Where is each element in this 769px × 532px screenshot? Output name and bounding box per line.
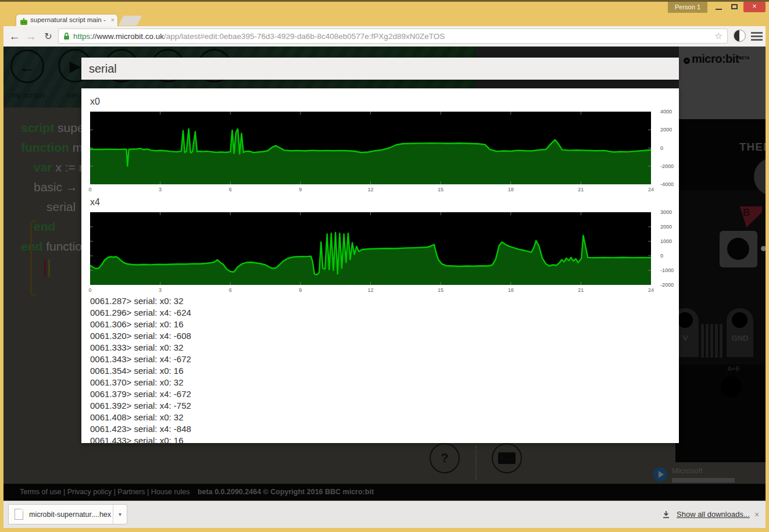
bookmark-star-icon[interactable]: ☆ <box>715 31 722 41</box>
tab-title: supernatural script main - <box>30 16 106 23</box>
axis-tick-label: 2000 <box>660 224 672 230</box>
page-content: ← ▶ my scripts run m micro:bitBETA scrip… <box>3 47 766 501</box>
serial-log-line: 0061.333> serial: x0: 32 <box>90 342 673 354</box>
axis-tick-label: -2000 <box>660 163 674 169</box>
download-caret-icon[interactable]: ▾ <box>113 505 127 524</box>
axis-tick-label: 12 <box>367 187 373 192</box>
axis-tick-label: 6 <box>229 287 232 293</box>
url-host: ://www.microbit.co.uk <box>90 32 164 41</box>
axis-tick-label: 2000 <box>660 127 672 133</box>
extension-contrast-icon[interactable] <box>734 30 746 42</box>
serial-log-line: 0061.306> serial: x0: 16 <box>90 319 673 330</box>
profile-badge[interactable]: Person 1 <box>668 2 707 13</box>
x-axis-labels: 03691215182124 <box>90 184 651 197</box>
axis-tick-label: 0 <box>660 145 663 151</box>
serial-log-line: 0061.379> serial: x4: -672 <box>90 388 673 400</box>
axis-tick-label: 3 <box>159 187 162 192</box>
tab-close-icon[interactable]: × <box>111 16 115 23</box>
chart-title: x0 <box>90 97 651 108</box>
serial-title: serial <box>81 58 679 80</box>
browser-toolbar: ← → ↻ https://www.microbit.co.uk/app/lat… <box>3 26 766 47</box>
axis-tick-label: 4000 <box>660 109 672 115</box>
browser-tab[interactable]: supernatural script main - × <box>16 15 117 26</box>
serial-log-line: 0061.433> serial: x0: 16 <box>90 435 673 443</box>
axis-tick-label: 0 <box>88 187 91 192</box>
serial-log-line: 0061.408> serial: x0: 32 <box>90 412 673 423</box>
serial-log-line: 0061.423> serial: x4: -848 <box>90 423 673 435</box>
axis-tick-label: 9 <box>299 187 302 192</box>
address-bar[interactable]: https://www.microbit.co.uk/app/latest#ed… <box>58 28 728 44</box>
tab-favicon-icon <box>20 17 27 24</box>
axis-tick-label: 0 <box>660 253 663 259</box>
axis-tick-label: 3000 <box>660 209 672 215</box>
chart-x4: x43000200010000-1000-200003691215182124 <box>90 197 651 298</box>
browser-window: Person 1 × supernatural script main - × … <box>0 0 769 532</box>
file-icon <box>15 509 23 520</box>
chart-title: x4 <box>90 197 651 209</box>
serial-log-line: 0061.296> serial: x4: -624 <box>90 307 673 319</box>
minimize-button[interactable] <box>711 2 726 12</box>
axis-tick-label: 21 <box>578 187 584 192</box>
axis-tick-label: 21 <box>578 287 584 293</box>
https-lock-icon <box>63 32 70 40</box>
url-path: /app/latest#edit:0ebae395-76d3-4929-da6b… <box>164 32 445 41</box>
menu-button[interactable] <box>751 32 764 41</box>
new-tab-button[interactable] <box>118 16 142 26</box>
maximize-button[interactable] <box>727 2 742 12</box>
axis-tick-label: 9 <box>299 287 302 293</box>
charts-area: x0400020000-2000-400003691215182124x4300… <box>90 97 651 298</box>
axis-tick-label: 18 <box>508 287 514 293</box>
axis-tick-label: -1000 <box>660 267 674 273</box>
axis-tick-label: -4000 <box>660 181 674 187</box>
axis-tick-label: 1000 <box>660 238 672 244</box>
serial-log[interactable]: 0061.287> serial: x0: 320061.296> serial… <box>90 295 673 443</box>
window-close-button[interactable]: × <box>743 2 766 12</box>
axis-tick-label: 18 <box>508 187 514 192</box>
axis-tick-label: 24 <box>648 287 654 293</box>
chart-plot <box>90 112 651 184</box>
y-axis-labels: 400020000-2000-4000 <box>656 112 679 184</box>
url-scheme: https <box>73 32 90 41</box>
axis-tick-label: 24 <box>648 187 654 192</box>
window-top-border <box>0 0 769 2</box>
back-button[interactable]: ← <box>7 29 22 44</box>
serial-log-line: 0061.343> serial: x4: -672 <box>90 354 673 365</box>
download-item[interactable]: microbit-supernatur....hex ▾ <box>8 504 127 524</box>
serial-dialog: x0400020000-2000-400003691215182124x4300… <box>81 88 679 443</box>
axis-tick-label: 15 <box>438 187 443 192</box>
axis-tick-label: 6 <box>229 187 232 192</box>
serial-dialog-header: serial <box>81 58 679 80</box>
reload-button[interactable]: ↻ <box>41 29 56 44</box>
download-filename: microbit-supernatur....hex <box>29 510 113 519</box>
axis-tick-label: 3 <box>159 287 162 293</box>
show-all-downloads-link[interactable]: Show all downloads... <box>677 501 750 528</box>
chart-x0: x0400020000-2000-400003691215182124 <box>90 97 651 197</box>
download-shelf: microbit-supernatur....hex ▾ Show all do… <box>3 501 766 528</box>
download-tray-icon <box>661 510 671 522</box>
serial-log-line: 0061.370> serial: x0: 32 <box>90 377 673 388</box>
axis-tick-label: 12 <box>367 287 373 293</box>
serial-log-line: 0061.320> serial: x4: -608 <box>90 330 673 342</box>
axis-tick-label: 0 <box>88 287 91 293</box>
y-axis-labels: 3000200010000-1000-2000 <box>656 212 679 285</box>
serial-log-line: 0061.287> serial: x0: 32 <box>90 295 673 307</box>
shelf-close-icon[interactable]: × <box>754 501 759 528</box>
serial-log-line: 0061.392> serial: x4: -752 <box>90 400 673 412</box>
chart-plot <box>90 212 651 285</box>
forward-button[interactable]: → <box>23 29 38 44</box>
serial-log-line: 0061.354> serial: x0: 16 <box>90 365 673 377</box>
axis-tick-label: -2000 <box>660 282 674 288</box>
axis-tick-label: 15 <box>438 287 443 293</box>
